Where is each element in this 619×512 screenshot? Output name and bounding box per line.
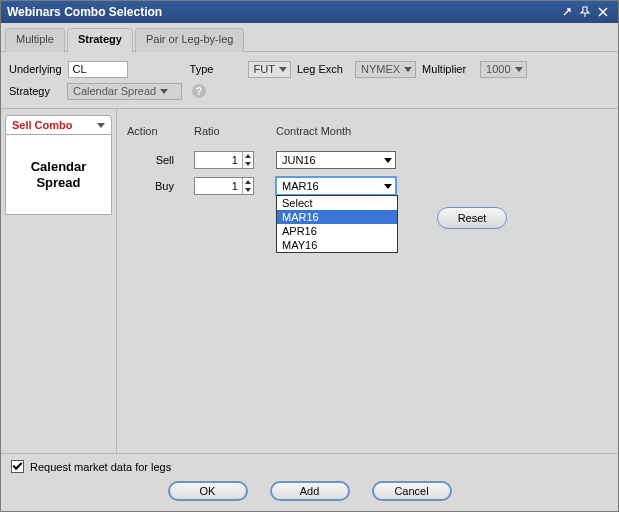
ok-button[interactable]: OK xyxy=(168,481,248,501)
leg-row: Buy MAR16 Select MAR16 xyxy=(127,177,608,195)
left-panel: Sell Combo Calendar Spread xyxy=(1,109,117,453)
chevron-down-icon xyxy=(384,158,392,163)
tabs: Multiple Strategy Pair or Leg-by-leg xyxy=(1,23,618,52)
spin-down-icon[interactable] xyxy=(243,186,253,194)
strategy-value: Calendar Spread xyxy=(73,85,156,97)
leg-exch-value: NYMEX xyxy=(361,63,400,75)
request-market-data-checkbox[interactable] xyxy=(11,460,24,473)
link-icon[interactable] xyxy=(558,3,576,21)
chevron-down-icon xyxy=(160,89,168,94)
reset-button[interactable]: Reset xyxy=(437,207,507,229)
col-action: Action xyxy=(127,125,182,137)
add-label: Add xyxy=(300,485,320,497)
app-window: Webinars Combo Selection Multiple Strate… xyxy=(0,0,619,512)
main-area: Sell Combo Calendar Spread Action Ratio … xyxy=(1,109,618,453)
checkbox-label: Request market data for legs xyxy=(30,461,171,473)
tab-pair[interactable]: Pair or Leg-by-leg xyxy=(135,28,244,52)
titlebar: Webinars Combo Selection xyxy=(1,1,618,23)
contract-month-select[interactable]: MAR16 Select MAR16 APR16 MAY16 xyxy=(276,177,396,195)
underlying-label: Underlying xyxy=(9,63,62,75)
ratio-input[interactable] xyxy=(195,154,242,166)
type-value: FUT xyxy=(254,63,275,75)
param-form: Underlying Type FUT Leg Exch NYMEX Multi… xyxy=(1,52,618,109)
leg-row: Sell JUN16 xyxy=(127,151,608,169)
multiplier-select[interactable]: 1000 xyxy=(480,61,526,78)
action-cell: Buy xyxy=(127,180,182,192)
contract-month-select[interactable]: JUN16 xyxy=(276,151,396,169)
spin-down-icon[interactable] xyxy=(243,160,253,168)
chevron-down-icon xyxy=(97,123,105,128)
legs-grid: Action Ratio Contract Month Sell JUN1 xyxy=(117,109,618,453)
multiplier-label: Multiplier xyxy=(422,63,474,75)
chevron-down-icon xyxy=(279,67,287,72)
month-value: MAR16 xyxy=(282,180,319,192)
pin-icon[interactable] xyxy=(576,3,594,21)
strategy-label: Strategy xyxy=(9,85,61,97)
col-ratio: Ratio xyxy=(194,125,264,137)
dropdown-option[interactable]: MAY16 xyxy=(277,238,397,252)
reset-label: Reset xyxy=(458,212,487,224)
leg-exch-select[interactable]: NYMEX xyxy=(355,61,416,78)
check-icon xyxy=(13,460,23,470)
side-tab-sell-combo[interactable]: Sell Combo xyxy=(5,115,112,135)
underlying-input[interactable] xyxy=(68,61,128,78)
multiplier-value: 1000 xyxy=(486,63,510,75)
ratio-spinner[interactable] xyxy=(194,177,254,195)
chevron-down-icon xyxy=(384,184,392,189)
dropdown-list: Select MAR16 APR16 MAY16 xyxy=(276,195,398,253)
spin-up-icon[interactable] xyxy=(243,178,253,186)
close-icon[interactable] xyxy=(594,3,612,21)
leg-exch-label: Leg Exch xyxy=(297,63,349,75)
type-label: Type xyxy=(190,63,242,75)
month-value: JUN16 xyxy=(282,154,316,166)
spin-up-icon[interactable] xyxy=(243,152,253,160)
tab-strategy[interactable]: Strategy xyxy=(67,28,133,52)
help-icon[interactable]: ? xyxy=(192,84,206,98)
ratio-input[interactable] xyxy=(195,180,242,192)
dropdown-option[interactable]: Select xyxy=(277,196,397,210)
cancel-label: Cancel xyxy=(394,485,428,497)
cancel-button[interactable]: Cancel xyxy=(372,481,452,501)
action-cell: Sell xyxy=(127,154,182,166)
chevron-down-icon xyxy=(404,67,412,72)
footer: Request market data for legs OK Add Canc… xyxy=(1,453,618,511)
tab-multiple[interactable]: Multiple xyxy=(5,28,65,52)
window-title: Webinars Combo Selection xyxy=(7,5,162,19)
chevron-down-icon xyxy=(515,67,523,72)
strategy-select[interactable]: Calendar Spread xyxy=(67,83,182,100)
strategy-name-box: Calendar Spread xyxy=(5,135,112,215)
type-select[interactable]: FUT xyxy=(248,61,291,78)
dropdown-option[interactable]: MAR16 xyxy=(277,210,397,224)
side-tab-label: Sell Combo xyxy=(12,119,73,131)
col-month: Contract Month xyxy=(276,125,406,137)
ratio-spinner[interactable] xyxy=(194,151,254,169)
add-button[interactable]: Add xyxy=(270,481,350,501)
dropdown-option[interactable]: APR16 xyxy=(277,224,397,238)
ok-label: OK xyxy=(200,485,216,497)
content: Multiple Strategy Pair or Leg-by-leg Und… xyxy=(1,23,618,511)
